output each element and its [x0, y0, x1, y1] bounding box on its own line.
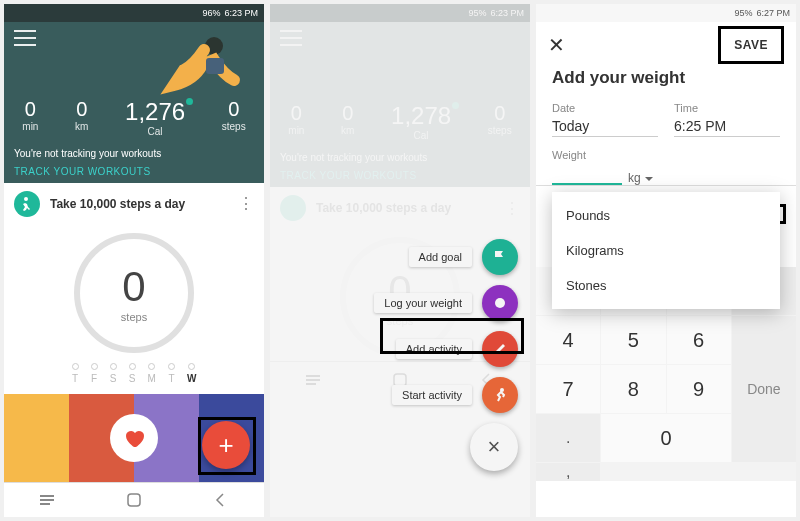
annotation-box: [198, 417, 256, 475]
heart-icon: [110, 414, 158, 462]
hero-header: 0min 0km 1,276Cal 0steps You're not trac…: [4, 22, 264, 183]
unit-option-pounds[interactable]: Pounds: [552, 198, 780, 233]
track-workouts-link[interactable]: TRACK YOUR WORKOUTS: [14, 166, 151, 177]
svg-rect-1: [206, 58, 224, 74]
day-s2[interactable]: S: [129, 363, 136, 384]
unit-option-stones[interactable]: Stones: [552, 268, 780, 303]
home-icon[interactable]: [125, 491, 143, 509]
more-icon[interactable]: ⋮: [238, 194, 254, 213]
time-field[interactable]: Time 6:25 PM: [674, 102, 780, 137]
weight-field: Weight kg: [552, 149, 780, 185]
run-icon: [482, 377, 518, 413]
annotation-box: [380, 318, 524, 354]
battery-text: 96%: [202, 8, 220, 18]
day-s[interactable]: S: [110, 363, 117, 384]
scale-icon: [482, 285, 518, 321]
svg-rect-2: [128, 494, 140, 506]
fab-menu: Add goal Log your weight Add activity St…: [374, 239, 518, 471]
top-bar: ✕ SAVE: [536, 22, 796, 68]
day-t[interactable]: T: [72, 363, 79, 384]
ring-value: 0: [122, 263, 145, 311]
start-activity-button[interactable]: Start activity: [392, 377, 518, 413]
menu-icon[interactable]: [14, 30, 36, 46]
goal-title: Take 10,000 steps a day: [50, 197, 228, 211]
key-0[interactable]: 0: [601, 414, 731, 462]
day-ticks: T F S S M T W: [4, 357, 264, 394]
clock-text: 6:23 PM: [224, 8, 258, 18]
status-bar: 95% 6:27 PM: [536, 4, 796, 22]
screen-fit-home: 96% 6:23 PM 0min 0km 1,276Cal 0steps You…: [4, 4, 264, 517]
screen-fab-menu: 95% 6:23 PM 0min 0km 1,278Cal 0steps You…: [270, 4, 530, 517]
screen-add-weight: 95% 6:27 PM ✕ SAVE Add your weight Date …: [536, 4, 796, 517]
annotation-box: SAVE: [718, 26, 784, 64]
nav-bar: [4, 482, 264, 517]
stat-min[interactable]: 0min: [22, 98, 38, 137]
svg-point-3: [495, 298, 505, 308]
unit-dropdown: Pounds Kilograms Stones: [552, 192, 780, 309]
stat-km[interactable]: 0km: [75, 98, 88, 137]
stat-cal[interactable]: 1,276Cal: [125, 98, 185, 137]
day-m[interactable]: M: [148, 363, 156, 384]
save-button[interactable]: SAVE: [726, 32, 776, 58]
weight-form: Add your weight Date Today Time 6:25 PM …: [536, 68, 796, 185]
battery-text: 95%: [734, 8, 752, 18]
key-5[interactable]: 5: [601, 316, 665, 364]
form-title: Add your weight: [552, 68, 780, 88]
tracking-message: You're not tracking your workouts: [14, 148, 161, 159]
stats-row: 0min 0km 1,276Cal 0steps: [4, 98, 264, 137]
ring-label: steps: [121, 311, 147, 323]
stat-steps[interactable]: 0steps: [222, 98, 246, 137]
clock-text: 6:27 PM: [756, 8, 790, 18]
key-dot[interactable]: .: [536, 414, 600, 462]
key-6[interactable]: 6: [667, 316, 731, 364]
back-icon[interactable]: [212, 491, 230, 509]
add-goal-button[interactable]: Add goal: [409, 239, 518, 275]
unit-selector[interactable]: kg: [628, 171, 641, 185]
recents-icon[interactable]: [38, 491, 56, 509]
key-4[interactable]: 4: [536, 316, 600, 364]
walk-icon: [14, 191, 40, 217]
date-field[interactable]: Date Today: [552, 102, 658, 137]
day-w[interactable]: W: [187, 363, 196, 384]
unit-option-kilograms[interactable]: Kilograms: [552, 233, 780, 268]
key-done[interactable]: Done: [732, 316, 796, 462]
fab-close-button[interactable]: ×: [470, 423, 518, 471]
day-t2[interactable]: T: [168, 363, 175, 384]
progress-ring[interactable]: 0 steps: [4, 225, 264, 357]
day-f[interactable]: F: [91, 363, 98, 384]
goal-card[interactable]: Take 10,000 steps a day ⋮: [4, 183, 264, 225]
key-comma[interactable]: ,: [536, 463, 600, 481]
flag-icon: [482, 239, 518, 275]
status-bar: 96% 6:23 PM: [4, 4, 264, 22]
weight-input[interactable]: [552, 163, 622, 185]
key-9[interactable]: 9: [667, 365, 731, 413]
close-icon[interactable]: ✕: [548, 33, 565, 57]
key-8[interactable]: 8: [601, 365, 665, 413]
log-weight-button[interactable]: Log your weight: [374, 285, 518, 321]
key-7[interactable]: 7: [536, 365, 600, 413]
